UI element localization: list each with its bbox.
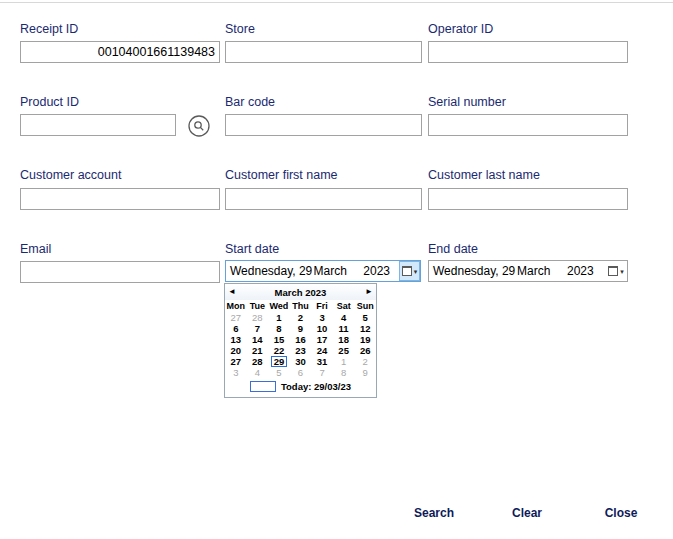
today-label[interactable]: Today: 29/03/23 [281,381,351,392]
calendar-day[interactable]: 14 [247,334,269,345]
receipt-id-label: Receipt ID [20,22,78,36]
calendar-icon [402,266,412,276]
start-date-label: Start date [225,242,279,256]
calendar-day-of-week: Mon [225,300,247,312]
calendar-day-of-week: Thu [290,300,312,312]
calendar-day-of-week: Tue [247,300,269,312]
calendar-day[interactable]: 1 [333,356,355,367]
search-form: Receipt ID Store Operator ID Product ID … [0,0,673,539]
calendar-day-of-week: Sun [354,300,376,312]
product-id-label: Product ID [20,95,79,109]
calendar-month-title: March 2023 [239,287,362,298]
calendar-day[interactable]: 2 [354,356,376,367]
calendar-day[interactable]: 12 [354,323,376,334]
receipt-id-input[interactable] [20,41,220,63]
email-input[interactable] [20,261,220,283]
calendar-day[interactable]: 5 [268,367,290,378]
calendar-day[interactable]: 5 [354,312,376,323]
calendar-day[interactable]: 22 [268,345,290,356]
calendar-day[interactable]: 21 [247,345,269,356]
customer-account-input[interactable] [20,188,220,210]
calendar-day[interactable]: 3 [311,312,333,323]
calendar-day[interactable]: 24 [311,345,333,356]
calendar-day[interactable]: 31 [311,356,333,367]
calendar-day[interactable]: 13 [225,334,247,345]
search-button[interactable]: Search [403,504,465,521]
calendar-day[interactable]: 4 [247,367,269,378]
calendar-day[interactable]: 7 [311,367,333,378]
store-label: Store [225,22,255,36]
calendar-footer[interactable]: Today: 29/03/23 [225,379,376,394]
customer-last-name-input[interactable] [428,188,628,210]
calendar-day-of-week: Fri [311,300,333,312]
clear-button[interactable]: Clear [496,504,558,521]
store-input[interactable] [225,41,422,63]
calendar-day[interactable]: 8 [268,323,290,334]
next-month-icon[interactable]: ► [362,284,376,300]
operator-id-label: Operator ID [428,22,493,36]
calendar-day[interactable]: 8 [333,367,355,378]
calendar-day[interactable]: 11 [333,323,355,334]
customer-account-label: Customer account [20,168,121,182]
end-date-picker[interactable]: Wednesday, 29 March 2023 ▾ [428,260,628,282]
calendar-day[interactable]: 15 [268,334,290,345]
calendar-day[interactable]: 23 [290,345,312,356]
calendar-day-header-row: MonTueWedThuFriSatSun [225,300,376,312]
calendar-day[interactable]: 28 [247,356,269,367]
calendar-day[interactable]: 20 [225,345,247,356]
calendar-day[interactable]: 7 [247,323,269,334]
calendar-day[interactable]: 2 [290,312,312,323]
calendar-popup: ◄ March 2023 ► MonTueWedThuFriSatSun 272… [224,283,377,398]
magnifier-icon [188,125,210,140]
top-divider [0,2,673,3]
operator-id-input[interactable] [428,41,628,63]
end-date-label: End date [428,242,478,256]
calendar-day[interactable]: 6 [290,367,312,378]
calendar-day[interactable]: 27 [225,356,247,367]
calendar-day-of-week: Wed [268,300,290,312]
serial-number-label: Serial number [428,95,506,109]
calendar-day[interactable]: 1 [268,312,290,323]
calendar-day[interactable]: 17 [311,334,333,345]
calendar-icon [608,266,618,276]
end-date-day[interactable]: Wednesday, 29 [429,264,517,278]
customer-first-name-input[interactable] [225,188,422,210]
calendar-day[interactable]: 9 [354,367,376,378]
bar-code-input[interactable] [225,114,422,136]
calendar-day[interactable]: 4 [333,312,355,323]
calendar-day[interactable]: 18 [333,334,355,345]
product-lookup-button[interactable] [188,115,210,137]
email-label: Email [20,242,51,256]
start-date-day[interactable]: Wednesday, 29 [226,264,314,278]
calendar-day[interactable]: 6 [225,323,247,334]
calendar-day[interactable]: 19 [354,334,376,345]
start-date-picker[interactable]: Wednesday, 29 March 2023 ▾ [225,260,421,282]
chevron-down-icon: ▾ [414,268,418,275]
calendar-day[interactable]: 16 [290,334,312,345]
calendar-day[interactable]: 30 [290,356,312,367]
start-date-year[interactable]: 2023 [363,264,399,278]
product-id-input[interactable] [20,114,176,136]
start-date-month[interactable]: March [314,264,364,278]
calendar-grid: 2728123456789101112131415161718192021222… [225,312,376,378]
close-button[interactable]: Close [590,504,652,521]
end-date-year[interactable]: 2023 [567,264,603,278]
previous-month-icon[interactable]: ◄ [225,284,239,300]
start-date-dropdown-button[interactable]: ▾ [399,261,420,281]
calendar-day[interactable]: 29 [268,356,290,367]
serial-number-input[interactable] [428,114,628,136]
calendar-day-of-week: Sat [333,300,355,312]
calendar-day[interactable]: 3 [225,367,247,378]
end-date-month[interactable]: March [517,264,567,278]
today-box-icon [250,381,276,392]
calendar-day[interactable]: 27 [225,312,247,323]
calendar-day[interactable]: 26 [354,345,376,356]
end-date-dropdown-button[interactable]: ▾ [605,261,627,281]
calendar-day[interactable]: 28 [247,312,269,323]
chevron-down-icon: ▾ [620,268,624,275]
calendar-day[interactable]: 25 [333,345,355,356]
customer-last-name-label: Customer last name [428,168,540,182]
calendar-day[interactable]: 10 [311,323,333,334]
calendar-day[interactable]: 9 [290,323,312,334]
bar-code-label: Bar code [225,95,275,109]
